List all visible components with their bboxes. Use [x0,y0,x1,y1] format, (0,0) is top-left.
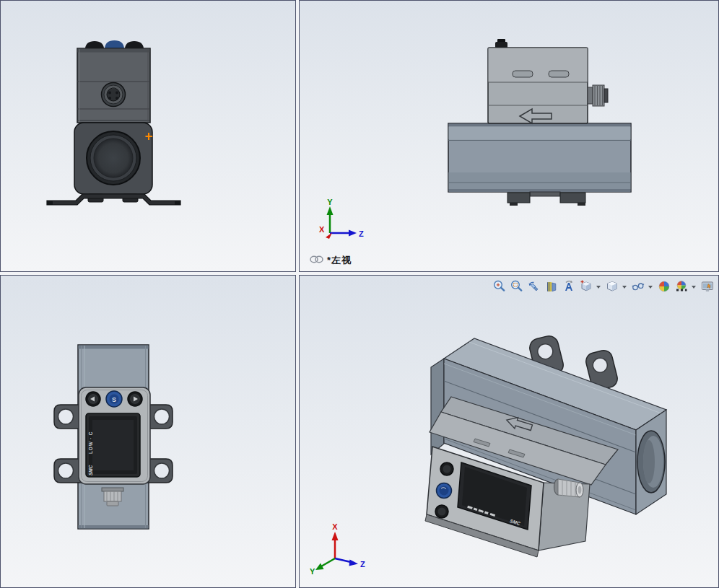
model-top-view[interactable]: S LOW · C SMC [54,345,173,529]
brand-logo-text: SMC [88,465,93,475]
display-side-text: LOW · C [88,431,93,454]
dropdown-arrow-icon[interactable] [648,279,654,294]
left-view-canvas[interactable]: Y Z X [300,1,718,271]
edit-appearance-icon[interactable] [656,279,671,294]
viewport-isometric-view[interactable]: SMC X Z [299,275,719,588]
button-set[interactable]: S [106,391,122,407]
top-view-canvas[interactable]: S LOW · C SMC [1,276,295,587]
view-name-text: *左视 [327,254,352,267]
dropdown-arrow-icon[interactable] [596,279,602,294]
tube-bore [637,431,665,493]
m12-connector[interactable] [102,83,126,107]
axis-z-label: Z [360,560,365,569]
flow-tube-body[interactable] [448,123,631,192]
previous-view-icon[interactable] [526,279,541,294]
isometric-view-canvas[interactable]: SMC X Z [300,276,718,587]
button-down[interactable] [435,505,448,518]
viewport-left-view[interactable]: Y Z X *左视 [299,0,719,272]
display-screen[interactable]: LOW · C SMC [86,413,140,477]
hide-show-items-icon[interactable] [630,279,645,294]
viewport-splitter-vertical[interactable] [296,0,299,588]
button-s-glyph: S [112,396,116,403]
heads-up-toolbar [492,277,715,296]
viewport-front-view[interactable] [0,0,296,272]
cad-multiviewport-window: { "window": {"width_px": 996, "height_px… [0,0,719,588]
dropdown-arrow-icon[interactable] [691,279,697,294]
view-settings-icon[interactable] [700,279,715,294]
model-left-view[interactable] [448,39,631,206]
side-connector[interactable] [588,85,608,106]
dropdown-arrow-icon[interactable] [622,279,628,294]
setting-button-caps[interactable] [85,40,144,48]
zoom-to-fit-icon[interactable] [492,279,507,294]
view-orientation-icon[interactable] [578,279,593,294]
model-isometric-view[interactable]: SMC [425,334,666,557]
orientation-triad: X Z Y [310,522,365,576]
display-head-side[interactable] [488,48,588,123]
axis-z-label: Z [359,229,364,238]
button-left-arrow[interactable] [86,392,100,406]
orientation-triad: Y Z X [319,198,364,239]
top-plug[interactable] [495,39,507,48]
axis-y-label: Y [310,567,315,576]
button-right-arrow[interactable] [128,392,142,406]
viewport-top-view[interactable]: S LOW · C SMC [0,275,296,588]
annotation-view-icon[interactable] [561,279,576,294]
model-front-view[interactable] [47,40,180,205]
axis-x-label: X [332,522,338,531]
button-up[interactable] [440,462,453,475]
axis-y-label: Y [327,198,333,206]
viewport-splitter-horizontal[interactable] [0,272,719,275]
axis-x-label: X [319,225,325,234]
section-view-icon[interactable] [544,279,559,294]
button-set[interactable] [437,483,452,499]
apply-scene-icon[interactable] [674,279,689,294]
view-label: *左视 [310,254,352,267]
zoom-to-area-icon[interactable] [509,279,524,294]
mounting-bracket[interactable] [47,194,180,205]
link-icon [310,254,323,267]
front-view-canvas[interactable] [1,1,295,271]
sensor-lower-head[interactable] [74,123,152,194]
mounting-feet[interactable] [507,192,585,206]
display-style-icon[interactable] [604,279,619,294]
